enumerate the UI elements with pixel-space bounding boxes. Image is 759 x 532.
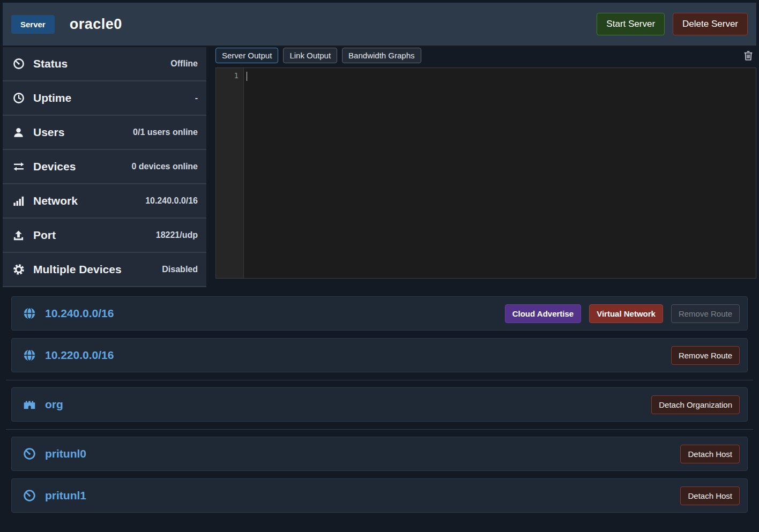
route-row: 10.220.0.0/16 Remove Route (11, 338, 748, 372)
multiple-devices-label: Multiple Devices (33, 263, 122, 276)
organization-row: org Detach Organization (11, 387, 748, 422)
trash-icon[interactable] (742, 50, 754, 62)
server-detail-section: Status Offline Uptime - Users 0/1 users … (3, 47, 756, 287)
remove-route-button-disabled: Remove Route (671, 304, 740, 323)
status-label: Status (33, 57, 68, 70)
output-tabs: Server Output Link Output Bandwidth Grap… (215, 47, 756, 64)
server-info-sidebar: Status Offline Uptime - Users 0/1 users … (3, 47, 206, 287)
uptime-label: Uptime (33, 92, 71, 104)
host-link[interactable]: pritunl0 (45, 447, 86, 460)
line-number: 1 (234, 71, 239, 80)
organization-link[interactable]: org (45, 398, 63, 411)
host-row: pritunl1 Detach Host (11, 478, 748, 513)
network-label: Network (33, 194, 78, 207)
gauge-icon (23, 447, 41, 461)
page-title: oracle0 (70, 16, 122, 33)
line-number-gutter: 1 (216, 68, 244, 278)
sidebar-item-port: Port 18221/udp (3, 219, 206, 253)
sidebar-item-status: Status Offline (3, 47, 206, 81)
text-caret (247, 72, 247, 81)
host-actions: Detach Host (680, 486, 740, 505)
multiple-devices-value: Disabled (162, 265, 198, 274)
globe-icon (23, 348, 41, 362)
gear-icon (12, 263, 29, 276)
detach-host-button[interactable]: Detach Host (680, 486, 740, 505)
route-actions: Remove Route (671, 346, 740, 365)
uptime-value: - (195, 93, 198, 103)
fort-icon (23, 398, 41, 411)
port-label: Port (33, 229, 56, 242)
sidebar-item-multiple-devices: Multiple Devices Disabled (3, 253, 206, 287)
attachments-section: 10.240.0.0/16 Cloud Advertise Virtual Ne… (3, 287, 756, 513)
section-divider (6, 380, 753, 380)
remove-route-button[interactable]: Remove Route (671, 346, 740, 365)
clock-icon (12, 92, 29, 104)
console-content[interactable] (244, 68, 756, 278)
organization-actions: Detach Organization (651, 395, 740, 414)
sidebar-item-users: Users 0/1 users online (3, 116, 206, 150)
server-output-console[interactable]: 1 (215, 68, 756, 279)
route-actions: Cloud Advertise Virtual Network Remove R… (505, 304, 740, 323)
gauge-icon (12, 57, 29, 70)
port-value: 18221/udp (156, 230, 198, 240)
host-actions: Detach Host (680, 445, 740, 463)
status-value: Offline (170, 59, 198, 69)
users-label: Users (33, 126, 64, 139)
detach-organization-button[interactable]: Detach Organization (651, 395, 740, 414)
tab-server-output[interactable]: Server Output (215, 48, 278, 63)
server-type-badge: Server (11, 15, 55, 34)
start-server-button[interactable]: Start Server (597, 13, 665, 35)
devices-label: Devices (33, 160, 76, 173)
network-value: 10.240.0.0/16 (145, 196, 198, 206)
host-link[interactable]: pritunl1 (45, 489, 86, 502)
sidebar-item-uptime: Uptime - (3, 81, 206, 116)
route-link[interactable]: 10.240.0.0/16 (45, 307, 114, 320)
detach-host-button[interactable]: Detach Host (680, 445, 740, 463)
header-actions: Start Server Delete Server (597, 13, 748, 35)
delete-server-button[interactable]: Delete Server (673, 13, 748, 35)
route-link[interactable]: 10.220.0.0/16 (45, 349, 114, 362)
user-icon (12, 126, 29, 139)
virtual-network-button[interactable]: Virtual Network (589, 304, 663, 323)
header: Server oracle0 Start Server Delete Serve… (3, 3, 756, 46)
cloud-advertise-button[interactable]: Cloud Advertise (505, 304, 581, 323)
sidebar-item-network: Network 10.240.0.0/16 (3, 184, 206, 219)
tab-bandwidth-graphs[interactable]: Bandwidth Graphs (342, 48, 421, 63)
section-divider (6, 429, 753, 430)
globe-icon (23, 306, 41, 320)
upload-icon (12, 229, 29, 242)
signal-icon (12, 195, 29, 207)
sidebar-item-devices: Devices 0 devices online (3, 150, 206, 184)
exchange-icon (12, 160, 29, 173)
devices-value: 0 devices online (131, 162, 198, 171)
tab-link-output[interactable]: Link Output (283, 48, 337, 63)
users-value: 0/1 users online (133, 128, 198, 137)
host-row: pritunl0 Detach Host (11, 437, 748, 471)
output-panel: Server Output Link Output Bandwidth Grap… (215, 47, 756, 287)
route-row: 10.240.0.0/16 Cloud Advertise Virtual Ne… (11, 296, 748, 331)
gauge-icon (23, 489, 41, 503)
server-page: Server oracle0 Start Server Delete Serve… (0, 0, 759, 532)
